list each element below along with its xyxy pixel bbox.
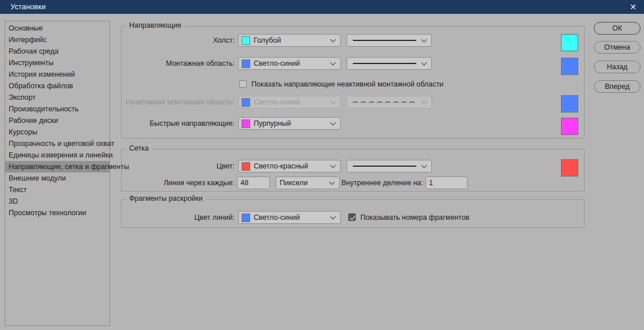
artboard-color-value: Светло-синий [254, 59, 331, 68]
sidebar-item-interface[interactable]: Интерфейс [5, 34, 110, 46]
sidebar-item-history-log[interactable]: История изменений [5, 69, 110, 80]
solid-line-icon [353, 40, 416, 41]
artboard-label: Монтажная область: [123, 57, 235, 70]
guides-group-title: Направляющие [126, 21, 184, 29]
chevron-down-icon [421, 99, 427, 104]
chevron-down-icon [421, 60, 427, 66]
titlebar: Установки ✕ [0, 0, 644, 14]
chevron-down-icon [330, 99, 336, 104]
artboard-line-style-select[interactable] [347, 57, 432, 70]
window-title: Установки [10, 0, 46, 14]
solid-line-icon [353, 63, 416, 64]
chevron-down-icon [330, 37, 336, 43]
solid-line-icon [353, 166, 416, 167]
inactive-artboard-label: Неактивная монтажная область: [123, 96, 235, 108]
subdivision-input[interactable] [425, 177, 468, 189]
inactive-artboard-color-swatch-icon [242, 98, 250, 107]
sidebar: Основные Интерфейс Рабочая среда Инструм… [5, 21, 110, 326]
slice-line-color-select[interactable]: Светло-синий [238, 211, 341, 224]
sidebar-item-performance[interactable]: Производительность [5, 103, 110, 115]
slices-group: Фрагменты раскройки Цвет линий: Светло-с… [121, 199, 585, 228]
chevron-down-icon [421, 37, 427, 43]
canvas-color-value: Голубой [254, 36, 331, 44]
slices-group-title: Фрагменты раскройки [126, 194, 206, 202]
sidebar-item-tools[interactable]: Инструменты [5, 57, 110, 69]
chevron-down-icon [330, 120, 336, 126]
chevron-down-icon [330, 60, 336, 66]
canvas-color-select[interactable]: Голубой [238, 34, 341, 47]
guides-group: Направляющие Холст: Голубой Монтажная об… [121, 26, 585, 138]
grid-group: Сетка Цвет: Светло-красный Линия через к… [121, 149, 585, 192]
sidebar-item-general[interactable]: Основные [5, 22, 110, 34]
canvas-guide-color-swatch[interactable] [561, 34, 578, 51]
show-inactive-guides-label: Показать направляющие неактивной монтажн… [251, 80, 443, 88]
sidebar-item-technology-previews[interactable]: Просмотры технологии [5, 207, 110, 219]
sidebar-item-cursors[interactable]: Курсоры [5, 126, 110, 138]
grid-color-value: Светло-красный [254, 162, 331, 170]
smart-guides-label: Быстрые направляющие: [123, 117, 235, 130]
slice-line-color-swatch-icon [242, 213, 250, 222]
grid-group-title: Сетка [126, 144, 152, 152]
grid-color-label: Цвет: [123, 160, 235, 172]
chevron-down-icon [421, 163, 427, 168]
sidebar-item-plugins[interactable]: Внешние модули [5, 172, 110, 184]
smart-guides-color-swatch[interactable] [561, 118, 578, 135]
grid-color-swatch[interactable] [561, 159, 578, 177]
canvas-color-swatch-icon [242, 36, 250, 45]
sidebar-item-type[interactable]: Текст [5, 184, 110, 196]
chevron-down-icon [330, 214, 336, 220]
sidebar-item-export[interactable]: Экспорт [5, 92, 110, 103]
show-slice-numbers-label: Показывать номера фрагментов [360, 213, 469, 222]
sidebar-item-guides-grid-slices[interactable]: Направляющие, сетка и фрагменты [5, 161, 110, 172]
smart-guides-color-select[interactable]: Пурпурный [238, 117, 341, 130]
close-icon[interactable]: ✕ [626, 0, 641, 14]
smart-guides-color-value: Пурпурный [254, 119, 331, 127]
sidebar-item-units-rulers[interactable]: Единицы измерения и линейки [5, 149, 110, 161]
slice-line-color-label: Цвет линий: [123, 211, 235, 224]
smart-guides-color-swatch-icon [242, 119, 250, 128]
inactive-artboard-line-style-select [347, 96, 432, 108]
ok-button[interactable]: ОК [594, 22, 641, 35]
canvas-line-style-select[interactable] [347, 34, 432, 47]
inactive-artboard-color-value: Светло-синий [254, 98, 331, 106]
sidebar-item-workspace[interactable]: Рабочая среда [5, 46, 110, 57]
artboard-color-select[interactable]: Светло-синий [238, 57, 341, 70]
chevron-down-icon [330, 163, 336, 168]
gridline-every-input[interactable] [237, 177, 270, 189]
sidebar-item-scratch-disks[interactable]: Рабочие диски [5, 115, 110, 126]
slice-line-color-value: Светло-синий [254, 213, 331, 222]
grid-color-swatch-icon [242, 162, 250, 171]
grid-line-style-select[interactable] [347, 160, 432, 172]
grid-color-select[interactable]: Светло-красный [238, 160, 341, 172]
inactive-artboard-guide-color-swatch[interactable] [561, 95, 578, 112]
subdivision-label: Внутреннее деление на: [295, 177, 423, 189]
artboard-guide-color-swatch[interactable] [561, 58, 578, 75]
show-slice-numbers-checkbox[interactable] [348, 213, 356, 221]
back-button[interactable]: Назад [594, 61, 641, 73]
inactive-artboard-color-select: Светло-синий [238, 96, 341, 108]
canvas-label: Холст: [123, 34, 235, 47]
cancel-button[interactable]: Отмена [594, 41, 641, 54]
show-inactive-guides-checkbox[interactable] [239, 80, 247, 88]
artboard-color-swatch-icon [242, 59, 250, 68]
gridline-every-label: Линия через каждые: [123, 177, 235, 189]
sidebar-item-transparency-gamut[interactable]: Прозрачность и цветовой охват [5, 138, 110, 149]
dashed-line-icon [353, 102, 416, 103]
sidebar-item-file-handling[interactable]: Обработка файлов [5, 80, 110, 92]
sidebar-item-3d[interactable]: 3D [5, 196, 110, 207]
forward-button[interactable]: Вперед [594, 80, 641, 93]
